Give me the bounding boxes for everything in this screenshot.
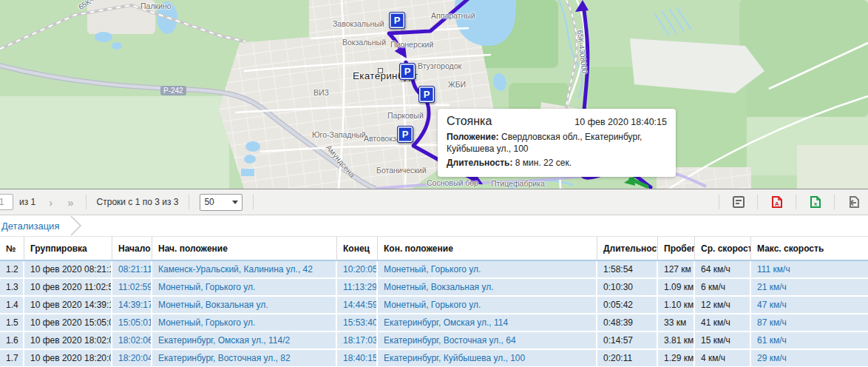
cell-link[interactable]: Монетный, Горького ул. — [378, 297, 597, 314]
column-header[interactable]: Ср. скорость — [695, 237, 751, 261]
divider — [757, 195, 758, 209]
cell-link[interactable]: Екатеринбург, Восточная ул., 82 — [152, 350, 337, 367]
cell: 0:20:11 — [597, 350, 658, 367]
tooltip-location: Положение: Свердловская обл., Екатеринбу… — [447, 131, 667, 155]
parking-marker[interactable]: P — [397, 126, 413, 143]
column-header[interactable]: Группировка — [24, 237, 112, 261]
cell-link[interactable]: 87 км/ч — [751, 314, 868, 332]
excel-export-button[interactable]: x — [801, 192, 830, 212]
table-row: 1.410 фев 2020 14:39:1714:39:17Монетный,… — [0, 297, 868, 314]
file-export-button[interactable] — [839, 192, 868, 212]
cell: 10 фев 2020 08:21:11 — [24, 261, 112, 279]
tooltip-timestamp: 10 фев 2020 18:40:15 — [574, 117, 667, 127]
cell-link[interactable]: 11:02:59 — [112, 279, 152, 297]
export-icon — [847, 195, 861, 209]
column-header[interactable]: Длительность — [597, 237, 658, 261]
cell-link[interactable]: 15:53:40 — [337, 314, 378, 332]
pdf-export-button[interactable]: A — [762, 192, 791, 212]
cell-link[interactable]: 08:21:11 — [112, 261, 152, 279]
tab-detalization[interactable]: Детализация — [0, 215, 83, 236]
cell-link[interactable]: Монетный, Вокзальная ул. — [378, 279, 597, 297]
tooltip-duration: Длительность: 8 мин. 22 сек. — [447, 157, 667, 169]
cell-link[interactable]: 14:39:17 — [112, 297, 152, 314]
parking-marker[interactable]: P — [389, 12, 405, 29]
report-icon — [732, 195, 745, 209]
cell-link[interactable]: 18:02:06 — [112, 332, 152, 350]
cell-link[interactable]: 29 км/ч — [751, 350, 868, 367]
cell-link[interactable]: 14:44:59 — [337, 297, 378, 314]
column-header[interactable]: Начало — [112, 237, 152, 261]
trips-table: №ГруппировкаНачалоНач. положениеКонецКон… — [0, 237, 868, 367]
cell-link[interactable]: 15:05:01 — [112, 314, 152, 332]
page-size-select[interactable]: 50 — [200, 194, 243, 211]
column-header[interactable]: Конец — [337, 237, 378, 261]
cell: 1.7 — [0, 350, 24, 367]
cell-link[interactable]: Екатеринбург, Омская ул., 114 — [378, 314, 597, 332]
cell: 33 км — [658, 314, 695, 332]
svg-text:A: A — [775, 201, 779, 207]
cell-link[interactable]: 21 км/ч — [751, 279, 868, 297]
column-header[interactable]: № — [0, 237, 24, 261]
cell: 3.81 км — [658, 332, 695, 350]
cell: 41 км/ч — [695, 314, 751, 332]
page-total: из 1 — [19, 197, 35, 207]
table-row: 1.710 фев 2020 18:20:0418:20:04Екатеринб… — [0, 350, 868, 367]
tooltip-title: Стоянка — [447, 115, 492, 128]
divider — [189, 195, 189, 209]
pagination-toolbar: из 1 › » Строки с 1 по 3 из 3 50 A — [0, 189, 868, 215]
cell: 12 км/ч — [695, 297, 751, 314]
cell: 1.5 — [0, 314, 24, 332]
cell: 6 км/ч — [695, 279, 751, 297]
cell-link[interactable]: 111 км/ч — [751, 261, 868, 279]
parking-marker[interactable]: P — [399, 63, 416, 80]
column-header[interactable]: Макс. скорость — [751, 237, 868, 261]
parking-marker[interactable]: P — [418, 86, 435, 103]
cell: 1.3 — [0, 279, 24, 297]
cell-link[interactable]: Екатеринбург, Омская ул., 114/2 — [152, 332, 337, 350]
cell-link[interactable]: 10:20:05 — [337, 261, 378, 279]
next-page-button[interactable]: › — [41, 197, 60, 208]
cell-link[interactable]: 18:40:15 — [337, 350, 378, 367]
cell-link[interactable]: Монетный, Горького ул. — [152, 314, 337, 332]
tab-strip: Детализация — [0, 215, 868, 237]
cell: 10 фев 2020 14:39:17 — [24, 297, 112, 314]
tracking-app: Екатеринбург Палкино65К-410800065К-43080… — [0, 0, 868, 367]
cell-link[interactable]: Екатеринбург, Куйбышева ул., 100 — [378, 350, 597, 367]
cell: 1.6 — [0, 332, 24, 350]
report-export-button[interactable] — [724, 192, 753, 212]
cell-link[interactable]: 61 км/ч — [751, 332, 868, 350]
cell-link[interactable]: 11:13:29 — [337, 279, 378, 297]
cell-link[interactable]: Монетный, Горького ул. — [378, 261, 597, 279]
cell: 1.09 км — [658, 279, 695, 297]
cell-link[interactable]: 47 км/ч — [751, 297, 868, 314]
column-header[interactable]: Нач. положение — [152, 237, 337, 261]
cell: 15 км/ч — [695, 332, 751, 350]
column-header[interactable]: Пробег — [658, 237, 695, 261]
cell-link[interactable]: Монетный, Горького ул. — [152, 279, 337, 297]
cell-link[interactable]: Монетный, Вокзальная ул. — [152, 297, 337, 314]
duration-label: Длительность: — [447, 158, 512, 168]
cell: 10 фев 2020 18:02:06 — [24, 332, 112, 350]
table-row: 1.210 фев 2020 08:21:1108:21:11Каменск-У… — [0, 261, 868, 279]
divider — [253, 195, 254, 209]
pdf-icon: A — [770, 195, 784, 209]
cell-link[interactable]: 18:20:04 — [112, 350, 152, 367]
divider — [834, 195, 835, 209]
cell-link[interactable]: 18:17:03 — [337, 332, 378, 350]
cell: 0:10:30 — [597, 279, 658, 297]
page-size-value: 50 — [204, 197, 214, 207]
page-input[interactable] — [0, 194, 13, 210]
cell-link[interactable]: Екатеринбург, Восточная ул., 64 — [378, 332, 597, 350]
table-header-row: №ГруппировкаНачалоНач. положениеКонецКон… — [0, 237, 868, 261]
cell: 1.29 км — [658, 350, 695, 367]
cell: 10 фев 2020 11:02:59 — [24, 279, 112, 297]
cell: 10 фев 2020 18:20:04 — [24, 350, 112, 367]
map-canvas[interactable]: Екатеринбург Палкино65К-410800065К-43080… — [0, 0, 868, 189]
table-row: 1.310 фев 2020 11:02:5911:02:59Монетный,… — [0, 279, 868, 297]
excel-icon: x — [809, 195, 822, 209]
column-header[interactable]: Кон. положение — [378, 237, 597, 261]
last-page-button[interactable]: » — [60, 197, 81, 208]
cell: 1.4 — [0, 297, 24, 314]
cell: 1.10 км — [658, 297, 695, 314]
cell-link[interactable]: Каменск-Уральский, Калинина ул., 42 — [152, 261, 337, 279]
